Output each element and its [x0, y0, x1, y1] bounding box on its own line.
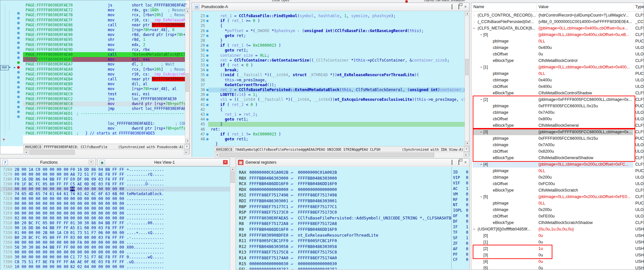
watch-row[interactable]: eBlockTypeClfsMetaBlockControlCLFS [471, 57, 644, 64]
current-call-dot[interactable] [17, 61, 20, 64]
registers-title-bar[interactable]: ▦ General registers × [236, 158, 469, 167]
asm-row[interactable]: PAGE:FFFFF8030E0FAEA5movesi, eax [23, 57, 186, 62]
pseudo-line[interactable]: 34 break; [192, 68, 466, 73]
registers-list[interactable]: RAX00000000C01A002B↵00000000C01A002BRBXF… [236, 167, 452, 269]
pseudo-line[interactable]: } [192, 142, 466, 146]
pseudo-line[interactable]: 46ret: [192, 127, 466, 132]
hex-row[interactable]: 73A010 00 00 00 00 00 00 0082 02 04 00 0… [0, 264, 230, 269]
watch-row[interactable]: ›(USHORT[6])0xffffbb04859f...{0u,0u,1u,0… [471, 226, 644, 232]
pseudo-line[interactable]: 30 goto ret1; [192, 48, 466, 53]
asm-row[interactable]: PAGE:FFFFF8030E0FAEADmovr10, cs:__imp_Ex… [23, 72, 186, 77]
asm-row[interactable]: PAGE:FFFFF8030E0FAE7Fmovr10, cs:__imp_Ex… [23, 18, 186, 23]
asm-row[interactable]: PAGE:FFFFF8030E0FAEC8movdword ptr [rsp+7… [23, 101, 186, 106]
pseudo-line[interactable]: 25 { [192, 23, 466, 28]
chevron-down-icon[interactable]: ▾ [464, 147, 469, 152]
close-icon[interactable]: × [464, 161, 467, 164]
pseudo-line[interactable]: 45 } [192, 122, 466, 127]
watch-row[interactable]: ›[4]{pbImage=0LL,cbImage=0x200u,cbOffset… [471, 161, 644, 168]
hex-row[interactable]: 733001 00 00 00 2B 00 1A C001 73 51 F7 0… [0, 230, 230, 235]
asm-row[interactable]: PAGE:FFFFF8030E0FAED1; } // starts at FF… [23, 131, 186, 135]
asm-row[interactable]: PAGE:FFFFF8030E0FAEB4callnear ptr 0FFFFF… [23, 77, 186, 82]
register-row[interactable]: R14FFFFF88EF75174A0↵FFFFF88EF75174A0 [236, 255, 452, 261]
expand-chevron-icon[interactable]: › [474, 12, 475, 18]
pseudo-line[interactable]: 35 ((void (__fastcall *)(__int64, struct… [192, 73, 466, 77]
pseudo-line[interactable]: 23 ret_1 = CClfsBaseFile::FindSymbol(sym… [192, 14, 466, 18]
breakpoint-slot-dot[interactable] [17, 101, 20, 103]
watch-row[interactable]: ›(_CClfsBaseFilePersisted)0xf...{vftbl_0… [471, 18, 644, 25]
scrollbar-thumb[interactable] [220, 153, 434, 157]
register-row[interactable]: RIPFFFFF8030E0FAEA5↵CClfsBaseFilePersist… [236, 215, 452, 221]
watch-row[interactable]: ›(CLFS_METADATA_BLOCK[6...{{pbImage=0LL,… [471, 25, 644, 31]
breakpoint-slot-dot[interactable] [17, 111, 20, 113]
maximize-icon[interactable] [450, 161, 454, 164]
cpu-flags-column[interactable]: ID0VIP0VIF0AC1VM0RF0NT0IOPL0OF0DF0IF1TF0… [452, 167, 469, 269]
breakpoint-slot-dot[interactable] [17, 52, 20, 54]
register-row[interactable]: R13FFFFF88EF75175C8↵FFFFF88EF75175C8 [236, 249, 452, 255]
register-row[interactable]: RCXFFFFBB0486DD16F0↵FFFFBB0486DD16F0 [236, 181, 452, 186]
pseudo-line[interactable]: 24 if ( ret_1 >= 0 ) [192, 18, 466, 23]
pseudo-line[interactable]: 29 if ( ret_1 != 0xC0000023 ) [192, 43, 466, 48]
watch-row[interactable]: ›(CLFS_CONTROL_RECORD)...{hdrControlReco… [471, 12, 644, 18]
watch-row[interactable]: cbImage0x7A00uULON [471, 109, 644, 116]
scroll-down-arrow-icon[interactable]: ▼ [465, 141, 469, 146]
pseudo-breakpoint-dot[interactable] [206, 54, 209, 57]
register-row[interactable]: R12FFFFBB0486303058↵FFFFBB0486303058 [236, 244, 452, 249]
hex-row[interactable]: 72A000 00 00 00 00 00 00 0000 00 00 00 0… [0, 187, 230, 192]
close-icon[interactable]: × [89, 160, 94, 165]
hex-row[interactable]: 736058 30 30 86 04 BB FF FF00 00 00 00 0… [0, 245, 230, 250]
watch-row[interactable]: ›[3]{pbImage=0xFFFF8005FCC66000LL,cbImag… [471, 129, 644, 135]
watch-row[interactable]: [1]0uUSHO [471, 239, 644, 245]
functions-panel-title-bar[interactable]: f Functions × [0, 158, 96, 167]
watch-row[interactable]: cbOffset0x800uULON [471, 116, 644, 122]
pseudo-line[interactable]: 33 if ( ret < 0 ) [192, 63, 466, 68]
breakpoint-slot-dot[interactable] [17, 41, 20, 44]
watch-tree[interactable]: ›(CLFS_CONTROL_RECORD)...{hdrControlReco… [471, 11, 644, 270]
column-header-name[interactable]: Name [473, 5, 484, 9]
watch-row[interactable]: pbImage0LLPUCH [471, 38, 644, 44]
scrollbar-thumb[interactable] [186, 73, 190, 92]
hex-row[interactable]: 738030 00 00 00 00 00 00 00C1 77 51 F7 8… [0, 255, 230, 260]
scroll-up-arrow-icon[interactable]: ▲ [231, 167, 235, 171]
pseudo-breakpoint-dot[interactable] [206, 138, 209, 140]
scroll-down-arrow-icon[interactable]: ▼ [186, 139, 190, 143]
hex-row[interactable]: 7290F0 1F BC FC 05 80 FF FFC5 AE 0D 0E 0… [0, 182, 230, 187]
watch-row[interactable]: pbImage0xFFFF8005FCC66000LL:0x15uPUCH [471, 103, 644, 109]
asm-row[interactable]: PAGE:FFFFF8030E0FAE9Dmovrcx, rbx [23, 47, 186, 52]
watch-row[interactable]: eBlockTypeClfsMetaBlockGeneralShadowCLFS [471, 155, 644, 161]
asm-row[interactable]: PAGE:FFFFF8030E0FAEA7movdl, 1 ; Wait [23, 62, 186, 67]
watch-row[interactable]: cbOffset0x400uULON [471, 83, 644, 90]
breakpoint-slot-dot[interactable] [17, 91, 20, 93]
hex-row[interactable]: 72B074 65 4D 65 74 61 64 6174 61 42 6C 6… [0, 192, 230, 196]
asm-row[interactable]: PAGE:FFFFF8030E0FAED1; -----------------… [23, 111, 186, 116]
asm-row[interactable]: PAGE:FFFFF8030E0FAEBCmov[rsp+78h+var_48]… [23, 87, 186, 91]
pseudo-breakpoint-dot[interactable] [206, 35, 209, 37]
breakpoint-slot-dot[interactable] [17, 37, 20, 39]
pseudo-breakpoint-dot[interactable] [206, 113, 209, 116]
register-row[interactable]: RBXFFFFBB0486303000↵FFFFBB0486303000 [236, 175, 452, 181]
hex-row[interactable]: 730002 00 00 00 00 00 00 0000 00 00 00 0… [0, 216, 230, 221]
pseudo-breakpoint-dot[interactable] [206, 59, 209, 62]
watch-row[interactable]: eBl­ockTypeClfsMetaBlockGeneralCLFS [471, 122, 644, 129]
scroll-left-arrow-icon[interactable]: ◄ [24, 150, 28, 155]
hexview-panel-title-bar[interactable]: ◉ Hex View-1 × [97, 158, 230, 167]
hex-dump[interactable]: 72602B 00 1A C0 00 00 00 00F0 16 DD 86 0… [0, 167, 230, 270]
breakpoint-slot-dot[interactable] [17, 46, 20, 49]
watch-row[interactable]: cbOffset0xFE00uULON [471, 213, 644, 219]
pseudocode-listing[interactable]: 23 ret_1 = CClfsBaseFile::FindSymbol(sym… [192, 11, 466, 146]
breakpoint-slot-dot[interactable] [17, 96, 20, 98]
asm-row[interactable]: PAGE:FFFFF8030E0FAECFjmpshort loc_FFFFF8… [23, 106, 186, 111]
scroll-right-arrow-icon[interactable]: ► [184, 150, 189, 155]
pseudo-breakpoint-dot[interactable] [206, 15, 209, 17]
hex-row[interactable]: 727000 00 00 00 00 00 00 00A8 72 51 F7 8… [0, 172, 230, 177]
breakpoint-slot-dot[interactable] [17, 81, 20, 84]
register-row[interactable]: R11FFFF8005FCBC1FF0↵FFFF8005FCBC1FF0 [236, 238, 452, 243]
pseudo-breakpoint-dot[interactable] [206, 30, 209, 32]
watch-row[interactable]: cbImage0x200uULON [471, 206, 644, 213]
scroll-up-arrow-icon[interactable]: ▲ [186, 9, 190, 13]
asm-row[interactable]: PAGE:FFFFF8030E0FAE72movrdx, gs:188h ; R… [23, 8, 186, 13]
hex-row[interactable]: 7310B0 20 BC FC 05 80 FF FF01 30 30 86 0… [0, 221, 230, 226]
watch-row[interactable]: pbImage0LLPUCH [471, 200, 644, 206]
watch-row[interactable]: [2]1uUSHO [471, 245, 644, 252]
breakpoint-slot-dot[interactable] [17, 17, 20, 19]
pseudo-line[interactable]: 27 goto ret; [192, 33, 466, 38]
